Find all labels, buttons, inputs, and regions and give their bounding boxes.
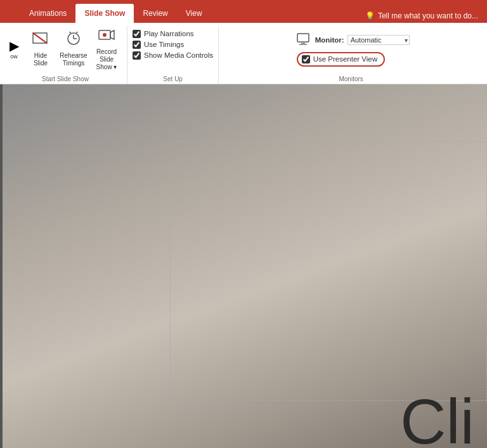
btn-record-slideshow-label: Record SlideShow ▾	[93, 48, 120, 71]
svg-point-11	[103, 33, 107, 37]
group-start: ▶ ow HideSlide	[4, 25, 127, 84]
slide-preview-text: Cli	[400, 385, 474, 448]
svg-rect-13	[301, 42, 305, 44]
checkbox-use-timings[interactable]: Use Timings	[133, 41, 213, 49]
tab-partial-left[interactable]	[3, 4, 20, 23]
svg-rect-12	[297, 34, 309, 42]
lightbulb-icon: 💡	[365, 11, 375, 20]
btn-hide-slide[interactable]: HideSlide	[25, 29, 56, 70]
tell-me-bar: 💡 Tell me what you want to do...	[365, 11, 478, 20]
btn-from-beginning-label: ow	[10, 53, 18, 60]
tab-view[interactable]: View	[177, 4, 211, 23]
checkbox-show-media-controls[interactable]: Show Media Controls	[133, 51, 213, 60]
svg-line-7	[69, 32, 71, 33]
group-monitors-label: Monitors	[219, 76, 483, 82]
play-icon: ▶	[10, 39, 19, 52]
hide-slide-icon	[32, 32, 49, 51]
presenter-view-label: Use Presenter View	[313, 55, 377, 63]
monitor-select-wrapper: Automatic Primary Monitor Display 2	[347, 35, 410, 45]
btn-from-beginning-partial[interactable]: ▶ ow	[5, 37, 23, 63]
group-setup-label: Set Up	[127, 76, 218, 82]
monitor-label-text: Monitor:	[315, 36, 344, 44]
use-timings-label: Use Timings	[144, 41, 184, 48]
presenter-view-checkbox[interactable]	[302, 55, 310, 63]
tab-bar: Animations Slide Show Review View 💡 Tell…	[0, 0, 487, 23]
group-monitors: Monitor: Automatic Primary Monitor Displ…	[219, 25, 483, 84]
tab-slideshow[interactable]: Slide Show	[75, 4, 134, 23]
tab-review[interactable]: Review	[134, 4, 176, 23]
play-narrations-input[interactable]	[133, 30, 141, 38]
slide-canvas: Cli	[0, 84, 487, 448]
group-setup: Play Narrations Use Timings Show Media C…	[127, 25, 219, 84]
monitor-select[interactable]: Automatic Primary Monitor Display 2	[347, 35, 410, 45]
left-panel	[0, 84, 3, 448]
show-media-controls-label: Show Media Controls	[144, 51, 213, 59]
ribbon-content: ▶ ow HideSlide	[0, 23, 487, 84]
btn-record-slideshow[interactable]: Record SlideShow ▾	[91, 25, 122, 74]
monitor-selector-row: Monitor: Automatic Primary Monitor Displ…	[297, 33, 410, 47]
use-timings-input[interactable]	[133, 41, 141, 49]
btn-hide-slide-label: HideSlide	[34, 52, 48, 67]
svg-line-8	[76, 32, 78, 33]
record-icon	[98, 28, 115, 47]
tell-me-text: Tell me what you want to do...	[378, 11, 478, 20]
btn-rehearse[interactable]: RehearseTimings	[58, 29, 89, 70]
presenter-view-row[interactable]: Use Presenter View	[297, 52, 385, 67]
btn-rehearse-label: RehearseTimings	[60, 52, 87, 67]
selection-box	[170, 142, 487, 401]
svg-marker-10	[110, 30, 114, 39]
tab-animations[interactable]: Animations	[20, 4, 75, 23]
svg-rect-14	[299, 44, 307, 45]
play-narrations-label: Play Narrations	[144, 30, 194, 37]
rehearse-icon	[65, 32, 82, 51]
show-media-controls-input[interactable]	[133, 51, 141, 60]
monitor-icon	[297, 33, 312, 47]
group-start-label: Start Slide Show	[4, 76, 127, 82]
ribbon: Animations Slide Show Review View 💡 Tell…	[0, 0, 487, 84]
checkbox-play-narrations[interactable]: Play Narrations	[133, 30, 213, 38]
setup-checkboxes: Play Narrations Use Timings Show Media C…	[133, 30, 213, 70]
